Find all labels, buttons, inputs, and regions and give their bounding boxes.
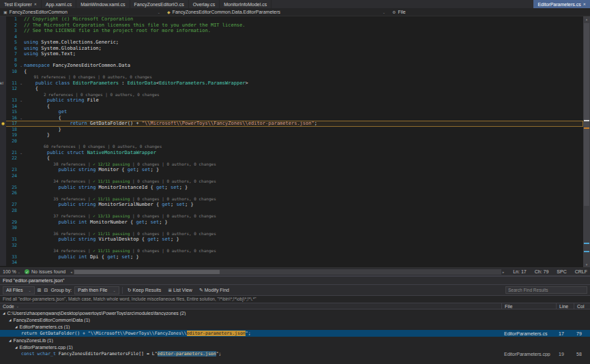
expander-icon[interactable]: ◢	[9, 318, 11, 322]
zoom-control[interactable]: 100 % ⌄	[3, 269, 20, 274]
codelens-line[interactable]: 36 references | ✓ 11/11 passing | 0 chan…	[0, 231, 583, 237]
collapse-all-icon[interactable]: ⊟	[44, 288, 48, 293]
editor-tab[interactable]: Test Explorer✕	[0, 0, 42, 8]
code-line[interactable]: 5using System.Collections.Generic;	[0, 40, 583, 46]
code-line[interactable]: 30	[0, 225, 583, 231]
scrollbar-track[interactable]	[583, 22, 590, 262]
find-result-row[interactable]: const wchar_t FancyZonesEditorParameters…	[0, 350, 590, 357]
code-line[interactable]: 26	[0, 190, 583, 196]
codelens-line[interactable]: 34 references | ✓ 11/11 passing | 0 chan…	[0, 179, 583, 185]
group-by-dropdown[interactable]: Path then File ⌄	[74, 286, 119, 294]
editor-tab[interactable]: MainWindow.xaml.cs	[76, 0, 130, 8]
codelens-line[interactable]: 91 references | 0 changes | 0 authors, 0…	[0, 74, 583, 80]
lightbulb-icon[interactable]	[1, 122, 5, 125]
code-line[interactable]: 12 {	[0, 86, 583, 92]
code-line[interactable]: 19 }	[0, 132, 583, 138]
column-file[interactable]: File	[501, 303, 556, 309]
close-icon[interactable]: ✕	[583, 2, 586, 6]
fold-icon[interactable]: ⌄	[18, 150, 24, 156]
column-col[interactable]: Col	[574, 303, 590, 309]
editor-tab[interactable]: App.xaml.cs	[42, 0, 76, 8]
code-line[interactable]: 3// See the LICENSE file in the project …	[0, 28, 583, 34]
status-eol[interactable]: CRLF	[575, 269, 587, 274]
code-line[interactable]: 24	[0, 173, 583, 179]
codelens-line[interactable]: 37 references | ✓ 13/13 passing | 0 chan…	[0, 213, 583, 219]
expand-all-icon[interactable]: ⊞	[38, 288, 42, 293]
find-path-row[interactable]: ◢FancyZonesEditorCommon\Data (1)	[0, 316, 590, 323]
code-line[interactable]: 34	[0, 260, 583, 266]
find-path-row[interactable]: ◢FancyZonesLib (1)	[0, 337, 590, 344]
code-line[interactable]: 31 public string VirtualDesktop { get; s…	[0, 237, 583, 243]
editor-tab[interactable]: FancyZonesEditorIO.cs	[130, 0, 189, 8]
code-line[interactable]: 17 return GetDataFolder() + "\\Microsoft…	[0, 121, 583, 127]
scroll-down-icon[interactable]: ▾	[583, 262, 590, 267]
member-dropdown[interactable]: ⚙ File	[389, 8, 409, 16]
codelens-line[interactable]: 38 references | ✓ 12/12 passing | 0 chan…	[0, 162, 583, 168]
keep-results-button[interactable]: ↻ Keep Results	[126, 286, 164, 294]
code-line[interactable]: 22 {	[0, 155, 583, 162]
find-path-row[interactable]: ◢EditorParameters.cpp (1)	[0, 344, 590, 350]
scroll-right-icon[interactable]: ▸	[502, 270, 505, 274]
code-editor[interactable]: 1// Copyright (c) Microsoft Corporation2…	[0, 16, 583, 267]
column-line[interactable]: Line	[556, 303, 574, 309]
code-line[interactable]: 21⌄ public struct NativeMonitorDataWrapp…	[0, 150, 583, 156]
code-line[interactable]: 13⌄ public string File	[0, 97, 583, 104]
fold-icon[interactable]: ⌄	[18, 97, 24, 104]
fold-icon[interactable]: ⌄	[18, 63, 24, 69]
code-line[interactable]: 10{	[0, 69, 583, 75]
scrollbar-thumb[interactable]	[584, 23, 589, 206]
code-line[interactable]: 20	[0, 138, 583, 145]
codelens-line[interactable]: 60 references | 0 changes | 0 authors, 0…	[0, 144, 583, 150]
expander-icon[interactable]: ◢	[9, 339, 11, 342]
type-dropdown[interactable]: ◆ FancyZonesEditorCommon.Data.EditorPara…	[164, 8, 389, 16]
code-line[interactable]: 7using System.Text;	[0, 51, 583, 57]
code-line[interactable]: 9⌄namespace FancyZonesEditorCommon.Data	[0, 63, 583, 69]
list-view-button[interactable]: ≣ List View	[166, 286, 194, 294]
scroll-left-icon[interactable]: ◂	[70, 270, 73, 274]
hscroll-thumb[interactable]	[74, 270, 220, 274]
code-line[interactable]: 25 public string MonitorInstanceId { get…	[0, 185, 583, 191]
code-line[interactable]: RT11⌄ public class EditorParameters : Ed…	[0, 80, 583, 87]
code-line[interactable]: 29 public int MonitorNumber { get; set; …	[0, 219, 583, 226]
expander-icon[interactable]: ◢	[15, 346, 17, 349]
project-dropdown[interactable]: ▣ FancyZonesEditorCommon ⌄	[0, 8, 164, 16]
fold-icon[interactable]: ⌄	[18, 115, 24, 121]
editor-tab[interactable]: MonitorInfoModel.cs	[220, 0, 271, 8]
code-line[interactable]: 8	[0, 57, 583, 63]
expander-icon[interactable]: ◢	[3, 312, 5, 315]
scope-dropdown[interactable]: All Files ⌄	[3, 286, 35, 294]
find-path-row[interactable]: ◢EditorParameters.cs (1)	[0, 323, 590, 330]
code-line[interactable]: 33 public int Dpi { get; set; }	[0, 254, 583, 260]
status-indent[interactable]: SPC	[557, 269, 566, 274]
hscroll-track[interactable]	[74, 269, 501, 275]
codelens-line[interactable]: 2 references | 0 changes | 0 authors, 0 …	[0, 92, 583, 98]
search-find-results-input[interactable]	[505, 286, 587, 294]
find-path-row[interactable]: ◢C:\Users\zhaopengwang\Desktop\powertoys…	[0, 309, 590, 316]
codelens-line[interactable]: 34 references | ✓ 11/11 passing | 0 chan…	[0, 248, 583, 254]
code-line[interactable]: 4	[0, 34, 583, 40]
code-line[interactable]: 14 {	[0, 104, 583, 110]
code-line[interactable]: 6using System.Globalization;	[0, 46, 583, 52]
code-line[interactable]: 23 public string Monitor { get; set; }	[0, 167, 583, 173]
code-line[interactable]: 18 }	[0, 127, 583, 133]
horizontal-scrollbar[interactable]: ◂ ▸	[70, 268, 505, 275]
scroll-up-icon[interactable]: ▴	[583, 16, 590, 22]
vertical-scrollbar[interactable]: ▴ ▾	[583, 16, 590, 267]
code-line[interactable]: 32	[0, 243, 583, 249]
editor-tab[interactable]: Overlay.cs	[189, 0, 220, 8]
fold-icon[interactable]: ⌄	[18, 80, 24, 87]
close-icon[interactable]: ✕	[34, 2, 37, 6]
code-line[interactable]: 1// Copyright (c) Microsoft Corporation	[0, 16, 583, 22]
column-code[interactable]: Code ⌄	[0, 303, 501, 309]
code-line[interactable]: 15 get	[0, 109, 583, 115]
code-line[interactable]: 27 public string MonitorSerialNumber { g…	[0, 202, 583, 208]
issues-indicator[interactable]: ✓ No issues found	[25, 269, 65, 274]
tab-editorparameters[interactable]: EditorParameters.cs ✕	[533, 0, 590, 8]
code-line[interactable]: 2// The Microsoft Corporation licenses t…	[0, 22, 583, 29]
code-line[interactable]: 28	[0, 208, 583, 214]
modify-find-button[interactable]: ✎ Modify Find	[197, 286, 231, 294]
code-line[interactable]: 16⌄ {	[0, 115, 583, 121]
expander-icon[interactable]: ◢	[15, 325, 17, 329]
codelens-line[interactable]: 35 references | ✓ 11/11 passing | 0 chan…	[0, 196, 583, 202]
find-result-row[interactable]: return GetDataFolder() + "\\Microsoft\\P…	[0, 330, 590, 337]
